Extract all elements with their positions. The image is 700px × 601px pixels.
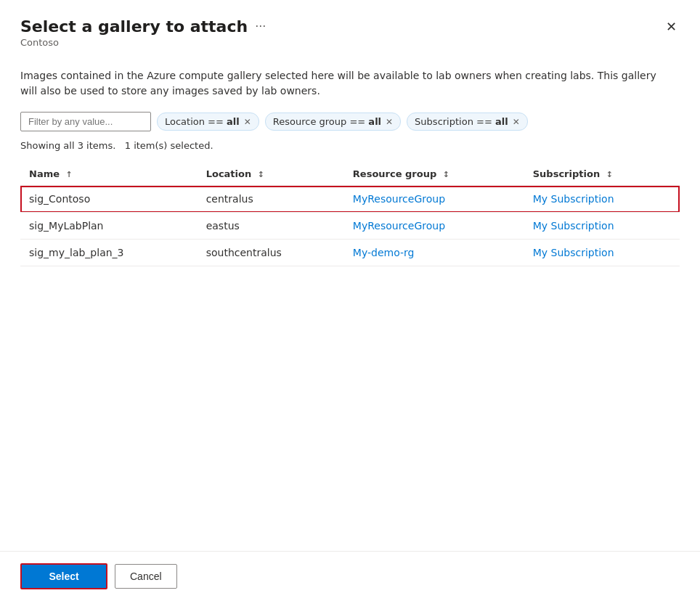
dialog-header: Select a gallery to attach ··· Contoso ✕ — [0, 0, 700, 57]
cell-resource-group[interactable]: My-demo-rg — [344, 240, 524, 266]
dialog-title-row: Select a gallery to attach ··· — [20, 17, 266, 36]
subscription-chip-label: Subscription == all — [415, 116, 508, 127]
table-header: Name ↑ Location ↕ Resource group ↕ Subsc… — [20, 163, 680, 186]
dialog-footer: Select Cancel — [0, 551, 700, 601]
dialog-title-text: Select a gallery to attach — [20, 17, 248, 36]
cancel-button[interactable]: Cancel — [115, 564, 177, 589]
col-location[interactable]: Location ↕ — [198, 163, 344, 186]
gallery-table: Name ↑ Location ↕ Resource group ↕ Subsc… — [20, 163, 680, 266]
dialog-subtitle: Contoso — [20, 37, 266, 48]
cell-subscription[interactable]: My Subscription — [524, 186, 680, 213]
close-button[interactable]: ✕ — [663, 17, 680, 36]
filter-input[interactable] — [20, 112, 151, 131]
resource-group-link[interactable]: My-demo-rg — [353, 247, 415, 258]
cell-resource-group[interactable]: MyResourceGroup — [344, 213, 524, 240]
location-filter-chip: Location == all ✕ — [157, 113, 259, 131]
cell-subscription[interactable]: My Subscription — [524, 213, 680, 240]
col-resource-group[interactable]: Resource group ↕ — [344, 163, 524, 186]
select-button[interactable]: Select — [20, 563, 107, 589]
subscription-link[interactable]: My Subscription — [533, 247, 614, 258]
resource-group-chip-close[interactable]: ✕ — [386, 118, 393, 126]
subscription-chip-close[interactable]: ✕ — [513, 118, 520, 126]
filters-row: Location == all ✕ Resource group == all … — [20, 112, 680, 131]
cell-name: sig_my_lab_plan_3 — [20, 240, 198, 266]
table-row[interactable]: sig_my_lab_plan_3southcentralusMy-demo-r… — [20, 240, 680, 266]
subscription-filter-chip: Subscription == all ✕ — [407, 113, 528, 131]
subscription-link[interactable]: My Subscription — [533, 220, 614, 232]
col-name[interactable]: Name ↑ — [20, 163, 198, 186]
location-chip-close[interactable]: ✕ — [244, 118, 251, 126]
subscription-link[interactable]: My Subscription — [533, 193, 614, 205]
cell-name: sig_Contoso — [20, 186, 198, 213]
cell-name: sig_MyLabPlan — [20, 213, 198, 240]
subscription-sort-icon[interactable]: ↕ — [606, 170, 613, 179]
showing-count: Showing all 3 items. — [20, 140, 115, 151]
table-row[interactable]: sig_ContosocentralusMyResourceGroupMy Su… — [20, 186, 680, 213]
col-subscription[interactable]: Subscription ↕ — [524, 163, 680, 186]
resource-group-chip-label: Resource group == all — [273, 116, 381, 127]
description-text: Images contained in the Azure compute ga… — [20, 68, 674, 99]
location-sort-icon[interactable]: ↕ — [258, 170, 264, 179]
resource-group-link[interactable]: MyResourceGroup — [353, 220, 445, 232]
location-chip-label: Location == all — [165, 116, 240, 127]
name-sort-icon[interactable]: ↑ — [66, 170, 73, 179]
cell-location: eastus — [198, 213, 344, 240]
select-gallery-dialog: Select a gallery to attach ··· Contoso ✕… — [0, 0, 700, 601]
table-row[interactable]: sig_MyLabPlaneastusMyResourceGroupMy Sub… — [20, 213, 680, 240]
cell-subscription[interactable]: My Subscription — [524, 240, 680, 266]
title-area: Select a gallery to attach ··· Contoso — [20, 17, 266, 48]
resource-group-link[interactable]: MyResourceGroup — [353, 193, 445, 205]
resource-group-sort-icon[interactable]: ↕ — [443, 170, 449, 179]
dialog-body: Images contained in the Azure compute ga… — [0, 57, 700, 551]
cell-location: centralus — [198, 186, 344, 213]
table-body: sig_ContosocentralusMyResourceGroupMy Su… — [20, 186, 680, 266]
selected-count: 1 item(s) selected. — [125, 140, 213, 151]
resource-group-filter-chip: Resource group == all ✕ — [265, 113, 401, 131]
cell-resource-group[interactable]: MyResourceGroup — [344, 186, 524, 213]
showing-text: Showing all 3 items. 1 item(s) selected. — [20, 140, 680, 151]
ellipsis-menu[interactable]: ··· — [255, 20, 266, 33]
cell-location: southcentralus — [198, 240, 344, 266]
